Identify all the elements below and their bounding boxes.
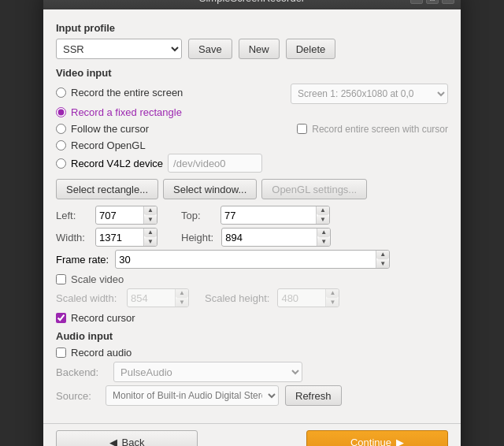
scaled-width-input[interactable] xyxy=(128,291,175,306)
left-spinbox-buttons: ▲ ▼ xyxy=(143,206,157,225)
width-label: Width: xyxy=(56,232,87,243)
framerate-label: Frame rate: xyxy=(56,254,109,266)
follow-cursor-radio[interactable] xyxy=(56,124,66,134)
scaled-width-up-button[interactable]: ▲ xyxy=(176,288,188,298)
window-controls: – □ ✕ xyxy=(410,0,454,4)
continue-label: Continue xyxy=(350,437,391,447)
select-window-button[interactable]: Select window... xyxy=(163,179,257,199)
select-buttons-row: Select rectangle... Select window... Ope… xyxy=(56,179,448,199)
width-spinbox: ▲ ▼ xyxy=(95,228,158,247)
follow-cursor-label: Follow the cursor xyxy=(71,123,149,135)
top-down-button[interactable]: ▼ xyxy=(317,215,329,225)
screen-select[interactable]: Screen 1: 2560x1080 at 0,0 xyxy=(291,84,448,104)
bottom-bar: ◀ Back Continue ▶ xyxy=(43,423,461,446)
framerate-down-button[interactable]: ▼ xyxy=(376,259,389,269)
height-down-button[interactable]: ▼ xyxy=(317,237,330,247)
left-spinbox: ▲ ▼ xyxy=(95,206,158,225)
scale-video-checkbox[interactable] xyxy=(56,274,66,284)
record-audio-checkbox[interactable] xyxy=(56,348,66,358)
follow-cursor-row: Follow the cursor xyxy=(56,123,149,135)
save-button[interactable]: Save xyxy=(188,39,232,59)
source-row: Source: Monitor of Built-in Audio Digita… xyxy=(56,385,448,406)
top-spinbox-buttons: ▲ ▼ xyxy=(316,206,329,225)
height-input[interactable] xyxy=(222,230,317,245)
profile-row: SSR Save New Delete xyxy=(56,39,448,59)
minimize-button[interactable]: – xyxy=(410,0,423,4)
record-cursor-checkbox[interactable] xyxy=(56,313,66,323)
opengl-radio[interactable] xyxy=(56,140,66,151)
fixed-rectangle-radio[interactable] xyxy=(56,107,66,117)
main-window: SimpleScreenRecorder – □ ✕ Input profile… xyxy=(43,0,461,446)
fixed-rectangle-label: Record a fixed rectangle xyxy=(71,106,182,118)
refresh-button[interactable]: Refresh xyxy=(285,385,342,406)
cursor-checkbox-row: Record entire screen with cursor xyxy=(297,124,448,135)
scaled-width-down-button[interactable]: ▼ xyxy=(176,298,188,307)
top-input[interactable] xyxy=(221,208,316,223)
maximize-button[interactable]: □ xyxy=(426,0,439,4)
scaled-height-label: Scaled height: xyxy=(205,292,269,304)
left-input[interactable] xyxy=(96,208,143,223)
record-audio-label: Record audio xyxy=(71,347,132,359)
audio-input-title: Audio input xyxy=(56,330,448,342)
backend-label: Backend: xyxy=(56,366,107,378)
framerate-up-button[interactable]: ▲ xyxy=(376,250,389,259)
scaled-width-label: Scaled width: xyxy=(56,292,119,304)
v4l2-row: Record V4L2 device xyxy=(56,154,448,173)
backend-select[interactable]: PulseAudio xyxy=(113,362,302,382)
window-title: SimpleScreenRecorder xyxy=(199,0,305,4)
top-spinbox: ▲ ▼ xyxy=(220,206,330,225)
width-height-row: Width: ▲ ▼ Height: ▲ ▼ xyxy=(56,228,448,247)
framerate-spinbox: ▲ ▼ xyxy=(115,250,390,269)
left-label: Left: xyxy=(56,210,87,221)
width-input[interactable] xyxy=(96,230,143,245)
continue-arrow-icon: ▶ xyxy=(396,437,404,447)
scaled-height-down-button[interactable]: ▼ xyxy=(326,298,339,307)
profile-select[interactable]: SSR xyxy=(56,39,182,59)
scaled-height-input[interactable] xyxy=(278,291,325,306)
record-screen-cursor-label: Record entire screen with cursor xyxy=(312,124,448,135)
back-label: Back xyxy=(122,437,145,447)
source-label: Source: xyxy=(56,390,99,402)
top-up-button[interactable]: ▲ xyxy=(317,206,329,215)
scaled-height-buttons: ▲ ▼ xyxy=(325,288,339,307)
scaled-width-spinbox: ▲ ▼ xyxy=(127,288,189,307)
scaled-row: Scaled width: ▲ ▼ Scaled height: ▲ ▼ xyxy=(56,288,448,307)
framerate-input[interactable] xyxy=(116,252,376,267)
scale-video-label: Scale video xyxy=(71,273,124,285)
backend-row: Backend: PulseAudio xyxy=(56,362,448,382)
width-up-button[interactable]: ▲ xyxy=(144,228,157,237)
scale-video-row: Scale video xyxy=(56,273,448,285)
height-label: Height: xyxy=(181,232,213,243)
scaled-height-up-button[interactable]: ▲ xyxy=(326,288,339,298)
input-profile-title: Input profile xyxy=(56,22,448,34)
source-select[interactable]: Monitor of Built-in Audio Digital Stereo… xyxy=(106,385,279,406)
left-top-row: Left: ▲ ▼ Top: ▲ ▼ xyxy=(56,206,448,225)
fixed-rectangle-row: Record a fixed rectangle xyxy=(56,106,182,118)
back-arrow-icon: ◀ xyxy=(109,437,117,447)
framerate-spinbox-buttons: ▲ ▼ xyxy=(376,250,389,269)
record-cursor-row: Record cursor xyxy=(56,312,448,324)
close-button[interactable]: ✕ xyxy=(442,0,454,4)
width-down-button[interactable]: ▼ xyxy=(144,237,157,247)
delete-button[interactable]: Delete xyxy=(286,39,336,59)
back-button[interactable]: ◀ Back xyxy=(56,430,198,446)
top-label: Top: xyxy=(181,210,213,221)
opengl-row: Record OpenGL xyxy=(56,139,448,151)
continue-button[interactable]: Continue ▶ xyxy=(306,430,448,446)
content-area: Input profile SSR Save New Delete Video … xyxy=(43,9,461,423)
width-spinbox-buttons: ▲ ▼ xyxy=(143,228,157,247)
height-up-button[interactable]: ▲ xyxy=(317,228,330,237)
titlebar: SimpleScreenRecorder – □ ✕ xyxy=(43,0,461,9)
new-button[interactable]: New xyxy=(239,39,280,59)
opengl-settings-button[interactable]: OpenGL settings... xyxy=(261,179,367,199)
v4l2-radio[interactable] xyxy=(56,158,66,169)
video-input-title: Video input xyxy=(56,67,448,79)
v4l2-input[interactable] xyxy=(168,154,262,173)
left-up-button[interactable]: ▲ xyxy=(144,206,157,215)
record-screen-cursor-checkbox[interactable] xyxy=(297,124,307,134)
entire-screen-radio[interactable] xyxy=(56,87,66,98)
framerate-row: Frame rate: ▲ ▼ xyxy=(56,250,448,269)
record-cursor-label: Record cursor xyxy=(71,312,135,324)
select-rectangle-button[interactable]: Select rectangle... xyxy=(56,179,158,199)
left-down-button[interactable]: ▼ xyxy=(144,215,157,225)
